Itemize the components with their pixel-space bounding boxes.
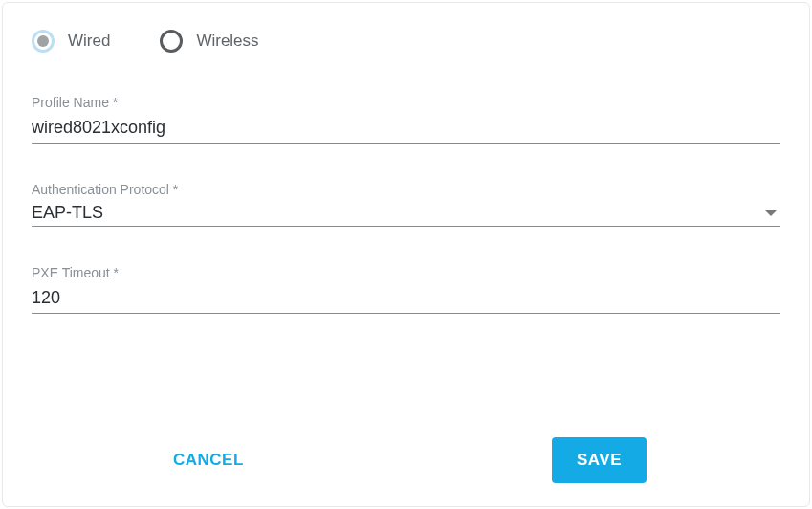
wireless-radio[interactable]: Wireless <box>160 30 258 53</box>
auth-protocol-label: Authentication Protocol * <box>32 182 780 197</box>
chevron-down-icon <box>765 210 777 216</box>
profile-name-input[interactable] <box>32 116 780 140</box>
cancel-button[interactable]: CANCEL <box>165 437 252 483</box>
profile-name-label: Profile Name * <box>32 95 780 110</box>
wired-radio-label: Wired <box>68 32 110 51</box>
profile-name-field: Profile Name * <box>32 95 780 144</box>
pxe-timeout-field: PXE Timeout * <box>32 265 780 314</box>
auth-protocol-select[interactable]: EAP-TLS <box>32 203 780 227</box>
form-actions: CANCEL SAVE <box>32 437 780 483</box>
radio-selected-icon <box>32 30 55 53</box>
pxe-timeout-label: PXE Timeout * <box>32 265 780 280</box>
auth-protocol-value: EAP-TLS <box>32 203 103 223</box>
pxe-timeout-input[interactable] <box>32 286 780 310</box>
radio-unselected-icon <box>160 30 183 53</box>
connection-type-radio-group: Wired Wireless <box>32 30 780 53</box>
wired-radio[interactable]: Wired <box>32 30 110 53</box>
save-button[interactable]: SAVE <box>552 437 647 483</box>
auth-protocol-field: Authentication Protocol * EAP-TLS <box>32 182 780 227</box>
config-form-card: Wired Wireless Profile Name * Authentica… <box>2 2 810 507</box>
wireless-radio-label: Wireless <box>196 32 258 51</box>
